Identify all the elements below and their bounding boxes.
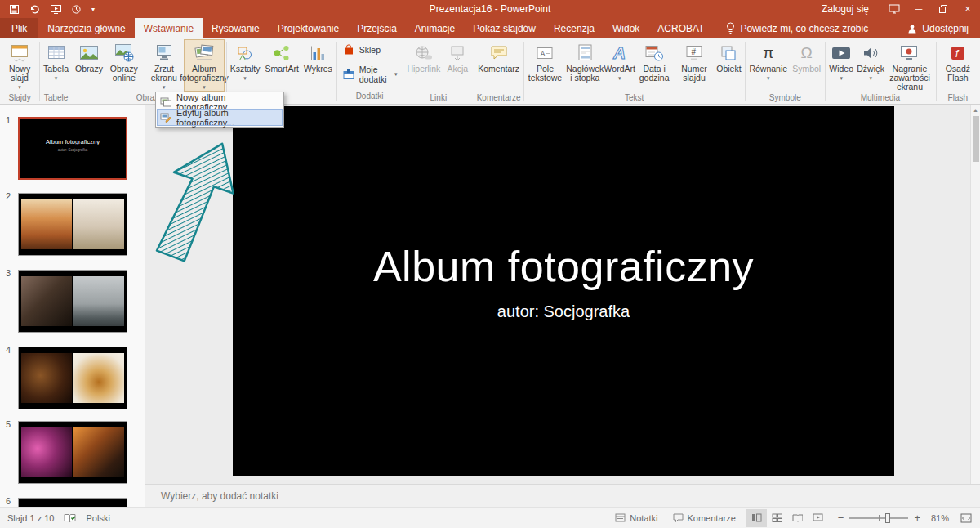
- slide-thumbnail-image[interactable]: [18, 498, 127, 507]
- symbol-button[interactable]: Ω Symbol: [790, 39, 823, 92]
- spellcheck-icon[interactable]: [64, 512, 76, 523]
- embed-flash-button[interactable]: f Osadź Flash: [938, 39, 978, 92]
- screen-recording-button[interactable]: Nagranie zawartości ekranu: [885, 39, 933, 92]
- hyperlink-button[interactable]: Hiperlink: [404, 39, 443, 92]
- video-icon: [831, 42, 852, 62]
- textbox-button[interactable]: A Pole tekstowe: [525, 39, 565, 92]
- photo-waffles: [74, 353, 124, 403]
- slide-thumbnail-image[interactable]: [18, 270, 127, 333]
- tab-wstawianie[interactable]: Wstawianie: [135, 18, 203, 38]
- ribbon-group-label: Multimedia: [826, 92, 933, 104]
- zoom-slider[interactable]: [849, 512, 908, 524]
- slide-thumbnail-image[interactable]: [18, 193, 127, 256]
- tab-acrobat[interactable]: ACROBAT: [648, 18, 713, 38]
- tab-projektowanie[interactable]: Projektowanie: [269, 18, 348, 38]
- table-button[interactable]: Tabela ▾: [41, 39, 71, 92]
- tab-rysowanie[interactable]: Rysowanie: [203, 18, 269, 38]
- quick-access-dropdown-icon[interactable]: ▾: [91, 6, 95, 13]
- comment-button[interactable]: Komentarz: [475, 39, 522, 92]
- tab-przejscia[interactable]: Przejścia: [348, 18, 406, 38]
- shapes-button[interactable]: Kształty ▾: [228, 39, 263, 92]
- screenshot-button[interactable]: Zrzut ekranu ▾: [144, 39, 184, 92]
- object-button[interactable]: Obiekt: [714, 39, 743, 92]
- button-label: Dźwięk: [857, 65, 884, 74]
- tab-narzedzia-glowne[interactable]: Narzędzia główne: [38, 18, 134, 38]
- photo-album-button[interactable]: Album fotograficzny ▾: [184, 39, 224, 92]
- slide-sorter-view-button[interactable]: [767, 509, 787, 527]
- minimize-button[interactable]: ─: [906, 0, 931, 18]
- display-settings-icon[interactable]: [882, 0, 906, 18]
- ribbon-group-dodatki: Sklep Moje dodatki ▾ Dodatki: [336, 38, 403, 104]
- photo-foggy-landscape: [74, 276, 124, 326]
- smartart-button[interactable]: SmartArt: [262, 39, 301, 92]
- zoom-slider-handle[interactable]: [885, 513, 890, 523]
- video-button[interactable]: Wideo ▾: [826, 39, 856, 92]
- share-button[interactable]: Udostępnij: [896, 18, 980, 38]
- close-button[interactable]: ×: [956, 0, 980, 18]
- online-pictures-button[interactable]: Obrazy online: [104, 39, 144, 92]
- screenshot-icon: [154, 42, 174, 62]
- sign-in-link[interactable]: Zaloguj się: [822, 3, 869, 15]
- scroll-up-icon[interactable]: ▲: [971, 105, 980, 115]
- date-time-icon: [644, 42, 664, 62]
- date-time-button[interactable]: Data i godzina: [635, 39, 675, 92]
- start-slideshow-icon[interactable]: [51, 5, 61, 14]
- button-label: Nagranie zawartości ekranu: [888, 65, 931, 92]
- button-label: Pole tekstowe: [528, 65, 563, 83]
- slide-canvas[interactable]: Album fotograficzny autor: Socjografka: [233, 106, 894, 476]
- button-label: Sklep: [359, 45, 381, 55]
- comments-toggle-button[interactable]: Komentarze: [666, 508, 743, 528]
- zoom-slider-tick: [879, 515, 880, 521]
- button-label: WordArt: [604, 65, 635, 74]
- undo-icon[interactable]: [29, 5, 40, 14]
- pictures-button[interactable]: Obrazy: [74, 39, 104, 92]
- vertical-scrollbar[interactable]: ▲: [970, 105, 980, 484]
- touch-mode-icon[interactable]: [72, 5, 81, 14]
- slide-thumbnail-image[interactable]: Album fotograficzny autor: Socjografka: [18, 117, 127, 180]
- store-button[interactable]: Sklep: [338, 43, 385, 57]
- tab-recenzja[interactable]: Recenzja: [545, 18, 604, 38]
- slide-title[interactable]: Album fotograficzny: [233, 242, 894, 291]
- zoom-level[interactable]: 81%: [926, 513, 949, 523]
- photo-coffee: [21, 353, 72, 403]
- object-icon: [719, 42, 737, 62]
- slideshow-view-button[interactable]: [808, 509, 828, 527]
- language-indicator[interactable]: Polski: [86, 513, 109, 523]
- slide-number-button[interactable]: # Numer slajdu: [675, 39, 715, 92]
- chevron-down-icon: ▾: [18, 84, 21, 90]
- slide-indicator[interactable]: Slajd 1 z 10: [7, 513, 54, 523]
- tab-pokaz-slajdow[interactable]: Pokaz slajdów: [464, 18, 545, 38]
- share-icon: [907, 24, 917, 34]
- save-icon[interactable]: [10, 5, 19, 14]
- zoom-out-button[interactable]: −: [838, 512, 844, 524]
- restore-button[interactable]: [931, 0, 956, 18]
- button-label: Obiekt: [716, 65, 741, 74]
- tab-animacje[interactable]: Animacje: [406, 18, 464, 38]
- my-addins-button[interactable]: Moje dodatki ▾: [338, 64, 402, 85]
- wordart-button[interactable]: A WordArt ▾: [605, 39, 635, 92]
- slide-thumbnail-image[interactable]: [18, 421, 127, 484]
- tab-file[interactable]: Plik: [0, 18, 38, 38]
- new-slide-button[interactable]: Nowy slajd ▾: [2, 39, 38, 92]
- equation-button[interactable]: π Równanie ▾: [746, 39, 790, 92]
- fit-slide-to-window-button[interactable]: [956, 513, 980, 523]
- tell-me-box[interactable]: Powiedz mi, co chcesz zrobić: [726, 18, 868, 38]
- slide-thumbnail-image[interactable]: [18, 347, 127, 409]
- reading-view-button[interactable]: [787, 509, 808, 527]
- zoom-in-button[interactable]: +: [914, 512, 920, 524]
- notes-pane[interactable]: Wybierz, aby dodać notatki: [145, 484, 980, 507]
- header-footer-button[interactable]: Nagłówek i stopka: [565, 39, 605, 92]
- action-button[interactable]: Akcja: [443, 39, 472, 92]
- chart-button[interactable]: Wykres: [301, 39, 335, 92]
- button-label: SmartArt: [265, 65, 298, 74]
- audio-button[interactable]: Dźwięk ▾: [856, 39, 885, 92]
- slide-subtitle[interactable]: autor: Socjografka: [233, 302, 894, 321]
- scrollbar-thumb[interactable]: [973, 116, 979, 162]
- status-bar-left: Slajd 1 z 10 Polski: [0, 512, 110, 523]
- tab-widok[interactable]: Widok: [604, 18, 648, 38]
- normal-view-button[interactable]: [746, 509, 767, 527]
- menu-item-edit-photo-album[interactable]: Edytuj album fotograficzny...: [158, 110, 282, 125]
- menu-item-label: Edytuj album fotograficzny...: [176, 108, 279, 128]
- ribbon-group-flash: f Osadź Flash Flash: [936, 38, 980, 104]
- notes-toggle-button[interactable]: Notatki: [608, 508, 665, 528]
